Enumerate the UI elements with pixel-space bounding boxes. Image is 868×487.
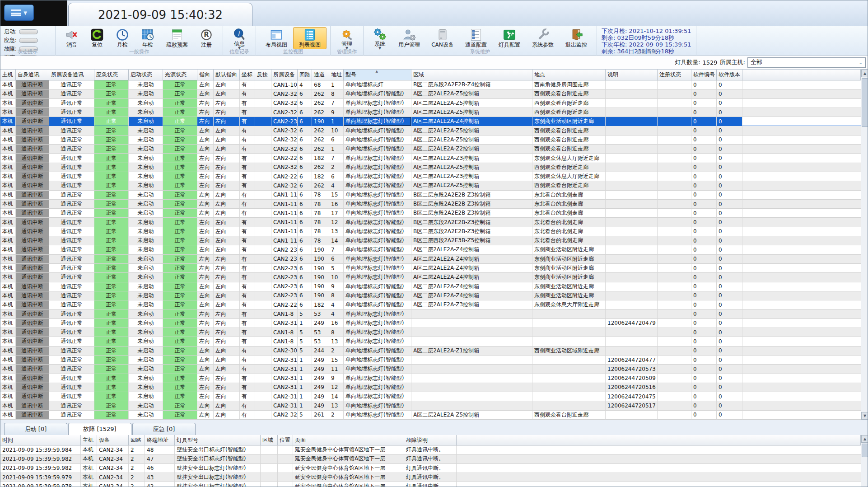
table-cell[interactable]: 未启动 <box>129 236 163 245</box>
table-cell[interactable] <box>255 200 271 209</box>
table-cell[interactable]: 通讯中断 <box>16 245 49 254</box>
table-cell[interactable] <box>255 374 271 383</box>
table-cell[interactable] <box>255 236 271 245</box>
table-cell[interactable] <box>532 328 606 337</box>
table-cell[interactable]: 单向地埋标志灯(智能型) <box>344 117 411 126</box>
table-cell[interactable]: 有 <box>240 236 255 245</box>
table-cell[interactable] <box>658 291 691 300</box>
table-cell[interactable]: 2 <box>329 347 344 356</box>
table-cell[interactable] <box>742 328 861 337</box>
table-cell[interactable]: 通讯中断 <box>16 347 49 356</box>
table-cell[interactable]: 6 <box>298 291 312 300</box>
table-cell[interactable]: 灯具通讯中断。 <box>404 454 457 464</box>
table-cell[interactable]: 通讯中断 <box>16 126 49 135</box>
table-row[interactable]: 本机通讯中断通讯正常正常未启动正常左向左向有CAN2-2361909单向地埋标志… <box>0 282 861 291</box>
table-cell[interactable]: 左向 <box>197 383 214 392</box>
table-cell[interactable]: CAN2-23 <box>271 291 298 300</box>
table-cell[interactable]: 0 <box>691 365 717 374</box>
table-cell[interactable]: 6 <box>298 255 312 264</box>
table-cell[interactable]: 2021-09-09 15:39:59.978 <box>0 482 81 487</box>
table-cell[interactable]: 通讯中断 <box>16 392 49 401</box>
table-cell[interactable]: 壁挂安全出口标志灯(智能型) <box>175 482 261 487</box>
table-cell[interactable]: 4 <box>329 181 344 190</box>
table-cell[interactable] <box>255 145 271 154</box>
table-cell[interactable] <box>255 209 271 218</box>
scroll-up-icon[interactable]: ▲ <box>861 435 868 443</box>
table-cell[interactable]: 0 <box>691 356 717 365</box>
table-cell[interactable]: 有 <box>240 136 255 145</box>
table-cell[interactable]: 通讯正常 <box>49 300 94 309</box>
table-cell[interactable]: 5 <box>329 264 344 273</box>
table-cell[interactable]: 本机 <box>0 136 16 145</box>
table-cell[interactable]: A区二层2ALE2A-Z4控制箱 <box>411 291 532 300</box>
table-cell[interactable]: 左向 <box>214 255 240 264</box>
table-cell[interactable] <box>457 445 861 454</box>
table-cell[interactable] <box>255 181 271 190</box>
table-cell[interactable]: 有 <box>240 80 255 89</box>
table-cell[interactable] <box>658 309 691 318</box>
table-cell[interactable]: 东北看台的北侧走廊 <box>532 191 606 200</box>
table-cell[interactable] <box>658 374 691 383</box>
table-cell[interactable]: 通讯正常 <box>49 108 94 117</box>
table-row[interactable]: 本机通讯中断通讯正常正常未启动正常左向左向有CAN1-85534单向地埋标志灯(… <box>0 309 861 318</box>
table-cell[interactable] <box>606 255 658 264</box>
table-cell[interactable]: 0 <box>717 108 742 117</box>
table-cell[interactable]: 通讯正常 <box>49 273 94 282</box>
table-cell[interactable]: 0 <box>691 264 717 273</box>
table-cell[interactable]: 0 <box>691 236 717 245</box>
table-cell[interactable]: 6 <box>298 117 312 126</box>
table-cell[interactable]: 左向 <box>197 401 214 410</box>
table-cell[interactable] <box>261 454 278 464</box>
table-cell[interactable] <box>606 99 658 108</box>
table-cell[interactable]: 未启动 <box>129 154 163 163</box>
table-cell[interactable]: 单向地埋标志灯(智能型) <box>344 89 411 98</box>
table-cell[interactable] <box>606 282 658 291</box>
table-cell[interactable]: 190 <box>312 282 329 291</box>
table-cell[interactable] <box>742 163 861 172</box>
table-cell[interactable] <box>532 401 606 410</box>
table-cell[interactable]: 正常 <box>94 291 129 300</box>
table-cell[interactable]: 本机 <box>0 218 16 227</box>
table-cell[interactable]: 有 <box>240 411 255 420</box>
table-cell[interactable]: 0 <box>717 126 742 135</box>
table-cell[interactable]: 244 <box>312 347 329 356</box>
table-cell[interactable] <box>457 482 861 487</box>
table-cell[interactable] <box>532 356 606 365</box>
table-cell[interactable]: 正常 <box>163 255 197 264</box>
table-cell[interactable] <box>255 309 271 318</box>
table-cell[interactable]: 46 <box>145 464 175 473</box>
column-header[interactable]: 主机 <box>0 70 16 80</box>
table-cell[interactable]: 左向 <box>214 99 240 108</box>
column-header[interactable]: 注册状态 <box>658 70 691 80</box>
column-header[interactable]: 位置 <box>278 435 293 445</box>
table-cell[interactable]: 左向 <box>197 291 214 300</box>
table-cell[interactable]: 左向 <box>214 136 240 145</box>
table-cell[interactable]: 0 <box>717 236 742 245</box>
table-cell[interactable] <box>742 172 861 181</box>
table-cell[interactable]: CAN2-34 <box>97 473 129 482</box>
table-cell[interactable]: 有 <box>240 209 255 218</box>
table-cell[interactable]: 正常 <box>163 126 197 135</box>
table-cell[interactable] <box>658 218 691 227</box>
table-cell[interactable]: CAN1-10 <box>271 80 298 89</box>
table-cell[interactable]: 左向 <box>214 319 240 328</box>
table-cell[interactable]: 通讯正常 <box>49 80 94 89</box>
table-cell[interactable]: 通讯中断 <box>16 319 49 328</box>
table-cell[interactable]: A区二层2ALE2A-Z3控制箱 <box>411 172 532 181</box>
table-cell[interactable]: 西侧观众看台附近走廊 <box>532 411 606 420</box>
table-cell[interactable]: 5 <box>298 347 312 356</box>
table-cell[interactable] <box>255 401 271 410</box>
table-cell[interactable]: 单向地埋标志灯(智能型) <box>344 227 411 236</box>
table-cell[interactable]: CAN2-32 <box>271 136 298 145</box>
table-cell[interactable]: 0 <box>691 300 717 309</box>
table-cell[interactable]: 左向 <box>197 200 214 209</box>
table-cell[interactable]: 通讯中断 <box>16 80 49 89</box>
table-cell[interactable]: 通讯正常 <box>49 200 94 209</box>
table-cell[interactable] <box>658 264 691 273</box>
table-cell[interactable]: 261 <box>312 411 329 420</box>
table-cell[interactable]: 10 <box>329 126 344 135</box>
table-cell[interactable]: 单向地埋标志灯(智能型) <box>344 191 411 200</box>
table-cell[interactable]: B区二层东段2A2E2B-Z3控制箱 <box>411 191 532 200</box>
table-cell[interactable]: 48 <box>145 445 175 454</box>
table-cell[interactable]: 左向 <box>197 245 214 254</box>
